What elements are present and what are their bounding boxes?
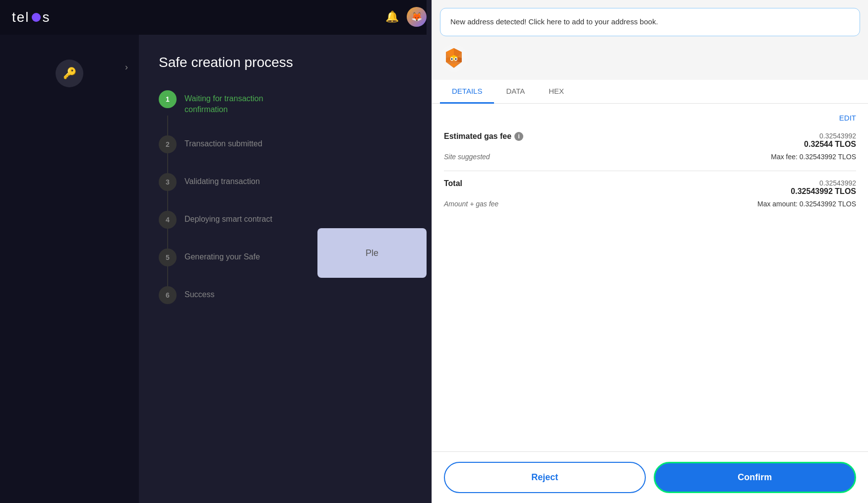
step-item: 6 Success (159, 286, 407, 304)
info-icon[interactable]: i (514, 132, 523, 141)
notification-text: New address detected! Click here to add … (450, 17, 658, 26)
blue-modal-bg: Ple (317, 228, 427, 278)
max-amount: Max amount: 0.32543992 TLOS (757, 200, 856, 208)
logo: tel s (12, 9, 51, 25)
bell-icon[interactable]: 🔔 (385, 10, 399, 23)
step-item: 1 Waiting for transactionconfirmation (159, 90, 407, 116)
logo-text-before: tel (12, 9, 30, 25)
gas-fee-row: Estimated gas fee i 0.32543992 0.32544 T… (444, 132, 856, 149)
step-item: 4 Deploying smart contract (159, 211, 407, 229)
chevron-right-icon[interactable]: › (125, 62, 128, 72)
gas-fee-site-row: Site suggested Max fee: 0.32543992 TLOS (444, 153, 856, 161)
step-label-4: Deploying smart contract (185, 211, 272, 225)
step-number-4: 4 (159, 211, 177, 229)
step-item: 3 Validating transaction (159, 173, 407, 191)
tab-data[interactable]: DATA (494, 80, 537, 104)
sidebar: 🔑 › (0, 35, 139, 503)
step-connector (167, 153, 168, 173)
step-connector (167, 266, 168, 286)
total-label: Total (444, 179, 462, 188)
step-connector (167, 116, 168, 135)
step-label-3: Validating transaction (185, 173, 260, 187)
wallet-header (432, 36, 868, 80)
gas-fee-values: 0.32543992 0.32544 TLOS (804, 132, 856, 149)
step-number-6: 6 (159, 286, 177, 304)
step-connector (167, 229, 168, 249)
divider (444, 171, 856, 171)
step-label-5: Generating your Safe (185, 249, 260, 262)
notification-banner[interactable]: New address detected! Click here to add … (440, 8, 860, 36)
logo-text-after: s (43, 9, 51, 25)
step-number-3: 3 (159, 173, 177, 191)
top-bar: tel s (0, 0, 427, 35)
wallet-popup: New address detected! Click here to add … (432, 0, 868, 503)
step-number-2: 2 (159, 135, 177, 153)
gas-fee-label: Estimated gas fee i (444, 132, 523, 141)
svg-point-10 (455, 58, 457, 60)
total-values: 0.32543992 0.32543992 TLOS (791, 179, 856, 196)
total-main: 0.32543992 TLOS (791, 187, 856, 196)
top-icons: 🔔 🦊 (385, 7, 427, 27)
tab-details[interactable]: DETAILS (440, 80, 494, 104)
total-small: 0.32543992 (791, 179, 856, 187)
gas-fee-main: 0.32544 TLOS (804, 140, 856, 149)
total-sub-row: Amount + gas fee Max amount: 0.32543992 … (444, 200, 856, 208)
step-label-1: Waiting for transactionconfirmation (185, 90, 263, 116)
page-title: Safe creation process (159, 55, 407, 70)
wallet-logo (440, 44, 468, 72)
step-number-1: 1 (159, 90, 177, 108)
wallet-tabs: DETAILS DATA HEX (432, 80, 868, 104)
gas-fee-section: Estimated gas fee i 0.32543992 0.32544 T… (444, 132, 856, 161)
wallet-logo-svg (440, 44, 468, 72)
step-number-5: 5 (159, 249, 177, 266)
total-section: Total 0.32543992 0.32543992 TLOS Amount … (444, 179, 856, 208)
key-icon: 🔑 (56, 60, 83, 87)
wallet-body: EDIT Estimated gas fee i 0.32543992 0.32… (432, 104, 868, 452)
confirm-button[interactable]: Confirm (654, 462, 857, 493)
step-item: 2 Transaction submitted (159, 135, 407, 153)
logo-dot (32, 13, 41, 22)
svg-point-9 (451, 58, 453, 60)
wallet-footer: Reject Confirm (432, 451, 868, 503)
avatar[interactable]: 🦊 (407, 7, 427, 27)
gas-fee-small: 0.32543992 (804, 132, 856, 140)
amount-gas-label: Amount + gas fee (444, 200, 498, 208)
blue-modal-text: Ple (366, 248, 378, 258)
max-fee: Max fee: 0.32543992 TLOS (771, 153, 856, 161)
step-connector (167, 191, 168, 211)
step-label-6: Success (185, 286, 214, 300)
step-label-2: Transaction submitted (185, 135, 262, 149)
site-suggested-label: Site suggested (444, 153, 490, 161)
reject-button[interactable]: Reject (444, 462, 646, 493)
edit-link[interactable]: EDIT (444, 114, 856, 122)
tab-hex[interactable]: HEX (537, 80, 576, 104)
total-row: Total 0.32543992 0.32543992 TLOS (444, 179, 856, 196)
